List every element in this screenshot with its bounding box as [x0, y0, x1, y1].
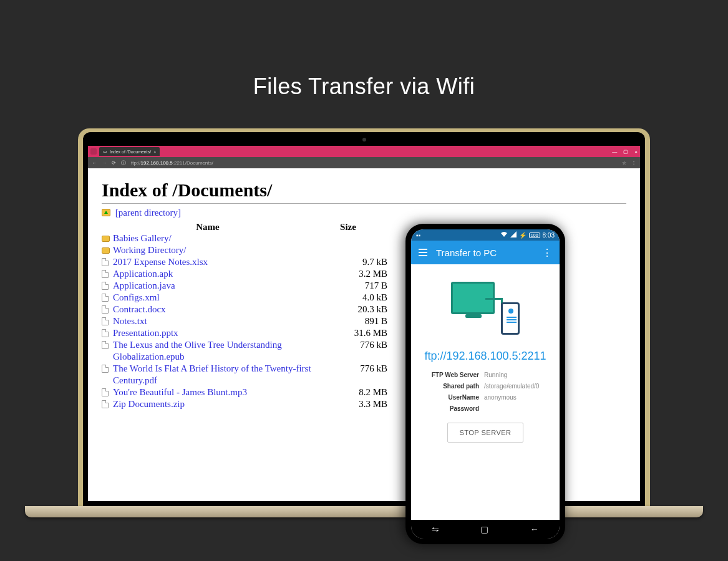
- nav-back-icon[interactable]: ←: [530, 524, 539, 534]
- file-icon: [102, 398, 113, 410]
- nav-back-icon[interactable]: ←: [92, 160, 97, 166]
- close-icon[interactable]: ×: [153, 150, 156, 154]
- file-link[interactable]: Babies Gallery/: [113, 233, 325, 244]
- ftp-url[interactable]: ftp://192.168.100.5:2211: [424, 350, 546, 363]
- bookmark-star-icon[interactable]: ☆: [622, 160, 626, 166]
- file-size: 3.2 MB: [325, 268, 387, 280]
- listing-row: You're Beautiful - James Blunt.mp38.2 MB: [102, 386, 389, 398]
- file-size: 3.3 MB: [325, 398, 387, 410]
- file-icon: [102, 256, 113, 268]
- file-icon: [102, 339, 113, 363]
- stop-server-button[interactable]: STOP SERVER: [447, 423, 523, 443]
- wifi-icon: [500, 231, 508, 239]
- listing-row: Contract.docx20.3 kB: [102, 304, 389, 315]
- hamburger-icon[interactable]: [419, 249, 427, 256]
- file-icon: [102, 315, 113, 327]
- android-status-bar: ▪▪ ⚡ 100 8:03: [411, 229, 560, 241]
- column-size: Size: [314, 222, 382, 233]
- info-row: FTP Web ServerRunning: [423, 372, 548, 378]
- file-link[interactable]: Application.java: [113, 280, 325, 292]
- browser-menu-icon[interactable]: ⋮: [631, 160, 636, 166]
- folder-up-icon: [102, 209, 110, 216]
- file-link[interactable]: The Lexus and the Olive Tree Understandi…: [113, 339, 325, 363]
- headline: Files Transfer via Wifi: [0, 0, 728, 100]
- file-icon: [102, 363, 113, 386]
- listing-row: Working Directory/: [102, 244, 389, 256]
- file-size: 717 B: [325, 280, 387, 292]
- listing-row: Application.java717 B: [102, 280, 389, 292]
- file-link[interactable]: Zip Documents.zip: [113, 398, 325, 410]
- window-minimize-icon[interactable]: —: [612, 149, 617, 155]
- tab-page-icon: ▭: [103, 149, 107, 154]
- android-nav-bar: ⇋ ▢ ←: [411, 520, 560, 539]
- info-value: /storage/emulated/0: [484, 383, 539, 390]
- parent-directory-link[interactable]: [parent directory]: [102, 208, 626, 218]
- file-link[interactable]: Presentation.pptx: [113, 327, 325, 339]
- listing-row: Application.apk3.2 MB: [102, 268, 389, 280]
- listing-row: Babies Gallery/: [102, 233, 389, 244]
- file-link[interactable]: Notes.txt: [113, 315, 325, 327]
- file-link[interactable]: 2017 Expense Notes.xlsx: [113, 256, 325, 268]
- signal-icon: [510, 231, 517, 239]
- nav-forward-icon[interactable]: →: [102, 160, 107, 166]
- info-row: Password: [423, 405, 548, 412]
- listing-row: Presentation.pptx31.6 MB: [102, 327, 389, 339]
- lock-info-icon[interactable]: ⓘ: [121, 160, 126, 166]
- file-size: 776 kB: [325, 339, 387, 363]
- file-size: [325, 233, 387, 244]
- app-title: Transfer to PC: [436, 247, 497, 258]
- listing-row: Zip Documents.zip3.3 MB: [102, 398, 389, 410]
- folder-icon: [102, 233, 113, 244]
- file-icon: [102, 268, 113, 280]
- browser-app-icon[interactable]: [90, 148, 97, 155]
- url-text[interactable]: ftp://192.168.100.5:2211/Documents/: [131, 160, 213, 166]
- phone-content: ftp://192.168.100.5:2211 FTP Web ServerR…: [411, 264, 560, 520]
- page-title: Index of /Documents/: [102, 180, 626, 201]
- laptop-camera: [362, 138, 366, 141]
- file-link[interactable]: Application.apk: [113, 268, 325, 280]
- laptop-base: [25, 506, 703, 517]
- app-bar: Transfer to PC ⋮: [411, 241, 560, 264]
- status-time: 8:03: [543, 232, 555, 239]
- listing-row: The World Is Flat A Brief History of the…: [102, 363, 389, 386]
- nav-reload-icon[interactable]: ⟳: [112, 160, 116, 166]
- overflow-menu-icon[interactable]: ⋮: [542, 247, 552, 259]
- phone-frame: ▪▪ ⚡ 100 8:03 Transfer to PC ⋮: [405, 224, 565, 544]
- file-link[interactable]: Working Directory/: [113, 244, 325, 256]
- info-label: Shared path: [423, 383, 484, 390]
- file-link[interactable]: You're Beautiful - James Blunt.mp3: [113, 386, 325, 398]
- file-link[interactable]: The World Is Flat A Brief History of the…: [113, 363, 325, 386]
- charging-icon: ⚡: [519, 232, 527, 239]
- info-label: Password: [423, 405, 484, 412]
- file-link[interactable]: Contract.docx: [113, 304, 325, 315]
- file-icon: [102, 386, 113, 398]
- transfer-illustration: [451, 282, 520, 335]
- file-size: 776 kB: [325, 363, 387, 386]
- file-icon: [102, 292, 113, 304]
- window-close-icon[interactable]: ×: [634, 149, 638, 155]
- folder-icon: [102, 244, 113, 256]
- info-label: UserName: [423, 394, 484, 401]
- info-value: anonymous: [484, 394, 517, 401]
- file-link[interactable]: Configs.xml: [113, 292, 325, 304]
- nav-home-icon[interactable]: ▢: [480, 524, 488, 534]
- file-size: 9.7 kB: [325, 256, 387, 268]
- window-maximize-icon[interactable]: ▢: [623, 149, 628, 155]
- browser-address-bar: ← → ⟳ ⓘ ftp://192.168.100.5:2211/Documen…: [88, 157, 640, 168]
- listing-row: 2017 Expense Notes.xlsx9.7 kB: [102, 256, 389, 268]
- tab-title: Index of /Documents/: [110, 150, 151, 154]
- browser-tab[interactable]: ▭ Index of /Documents/ ×: [99, 147, 160, 156]
- file-size: [325, 244, 387, 256]
- listing-header: Name Size: [102, 222, 389, 233]
- file-icon: [102, 280, 113, 292]
- nav-recent-icon[interactable]: ⇋: [432, 524, 439, 534]
- file-size: 891 B: [325, 315, 387, 327]
- file-size: 31.6 MB: [325, 327, 387, 339]
- file-icon: [102, 327, 113, 339]
- file-size: 4.0 kB: [325, 292, 387, 304]
- info-value: Running: [484, 372, 507, 378]
- info-row: UserNameanonymous: [423, 394, 548, 401]
- info-label: FTP Web Server: [423, 372, 484, 378]
- column-name: Name: [102, 222, 314, 233]
- divider: [102, 203, 626, 204]
